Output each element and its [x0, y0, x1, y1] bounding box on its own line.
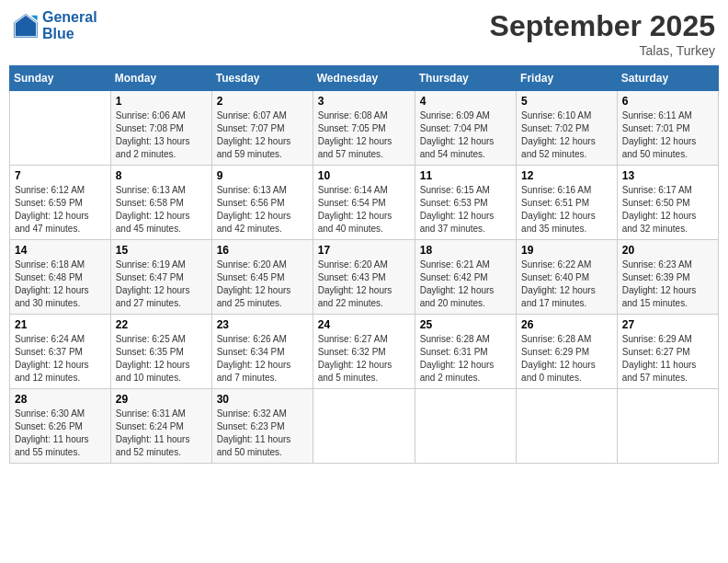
- title-block: September 2025 Talas, Turkey: [490, 9, 715, 58]
- day-info: Sunrise: 6:26 AMSunset: 6:34 PMDaylight:…: [217, 333, 308, 385]
- calendar-cell: 14Sunrise: 6:18 AMSunset: 6:48 PMDayligh…: [10, 240, 111, 315]
- day-number: 17: [318, 244, 410, 257]
- calendar-cell: [517, 389, 618, 464]
- day-info: Sunrise: 6:07 AMSunset: 7:07 PMDaylight:…: [217, 109, 308, 161]
- week-row-5: 28Sunrise: 6:30 AMSunset: 6:26 PMDayligh…: [10, 389, 719, 464]
- header-tuesday: Tuesday: [211, 66, 313, 91]
- calendar-cell: 6Sunrise: 6:11 AMSunset: 7:01 PMDaylight…: [617, 91, 718, 166]
- calendar-cell: 15Sunrise: 6:19 AMSunset: 6:47 PMDayligh…: [110, 240, 211, 315]
- day-info: Sunrise: 6:28 AMSunset: 6:29 PMDaylight:…: [521, 333, 612, 385]
- calendar-cell: 1Sunrise: 6:06 AMSunset: 7:08 PMDaylight…: [110, 91, 211, 166]
- logo-icon: [13, 13, 39, 39]
- day-number: 2: [217, 95, 308, 108]
- day-info: Sunrise: 6:20 AMSunset: 6:45 PMDaylight:…: [217, 259, 308, 310]
- calendar-cell: 11Sunrise: 6:15 AMSunset: 6:53 PMDayligh…: [415, 166, 516, 240]
- day-info: Sunrise: 6:11 AMSunset: 7:01 PMDaylight:…: [622, 109, 713, 161]
- day-info: Sunrise: 6:27 AMSunset: 6:32 PMDaylight:…: [318, 333, 410, 385]
- location: Talas, Turkey: [490, 43, 715, 58]
- calendar-cell: 12Sunrise: 6:16 AMSunset: 6:51 PMDayligh…: [517, 166, 618, 240]
- calendar-cell: 26Sunrise: 6:28 AMSunset: 6:29 PMDayligh…: [517, 315, 618, 389]
- day-number: 16: [217, 244, 308, 257]
- day-number: 21: [15, 318, 106, 331]
- calendar-cell: 17Sunrise: 6:20 AMSunset: 6:43 PMDayligh…: [313, 240, 415, 315]
- calendar-cell: 8Sunrise: 6:13 AMSunset: 6:58 PMDaylight…: [110, 166, 211, 240]
- day-number: 25: [420, 318, 511, 331]
- day-number: 7: [15, 169, 106, 182]
- calendar-cell: 5Sunrise: 6:10 AMSunset: 7:02 PMDaylight…: [517, 91, 618, 166]
- day-number: 29: [116, 393, 207, 406]
- calendar-cell: 29Sunrise: 6:31 AMSunset: 6:24 PMDayligh…: [110, 389, 211, 464]
- calendar-cell: 25Sunrise: 6:28 AMSunset: 6:31 PMDayligh…: [415, 315, 516, 389]
- logo: General Blue: [13, 9, 97, 41]
- month-title: September 2025: [490, 9, 715, 43]
- calendar-cell: 22Sunrise: 6:25 AMSunset: 6:35 PMDayligh…: [110, 315, 211, 389]
- calendar-cell: 2Sunrise: 6:07 AMSunset: 7:07 PMDaylight…: [211, 91, 313, 166]
- calendar-cell: 16Sunrise: 6:20 AMSunset: 6:45 PMDayligh…: [211, 240, 313, 315]
- day-number: 13: [622, 169, 713, 182]
- day-number: 22: [116, 318, 207, 331]
- day-number: 27: [622, 318, 713, 331]
- header-wednesday: Wednesday: [313, 66, 415, 91]
- day-info: Sunrise: 6:23 AMSunset: 6:39 PMDaylight:…: [622, 259, 713, 310]
- day-info: Sunrise: 6:14 AMSunset: 6:54 PMDaylight:…: [318, 184, 410, 236]
- day-info: Sunrise: 6:28 AMSunset: 6:31 PMDaylight:…: [420, 333, 511, 385]
- day-number: 15: [116, 244, 207, 257]
- page-header: General Blue September 2025 Talas, Turke…: [9, 9, 719, 58]
- day-info: Sunrise: 6:15 AMSunset: 6:53 PMDaylight:…: [420, 184, 511, 236]
- day-number: 14: [15, 244, 106, 257]
- day-info: Sunrise: 6:21 AMSunset: 6:42 PMDaylight:…: [420, 259, 511, 310]
- day-number: 19: [521, 244, 612, 257]
- calendar-cell: 24Sunrise: 6:27 AMSunset: 6:32 PMDayligh…: [313, 315, 415, 389]
- day-info: Sunrise: 6:20 AMSunset: 6:43 PMDaylight:…: [318, 259, 410, 310]
- day-number: 8: [116, 169, 207, 182]
- svg-marker-0: [16, 15, 36, 35]
- day-info: Sunrise: 6:13 AMSunset: 6:56 PMDaylight:…: [217, 184, 308, 236]
- calendar-cell: 10Sunrise: 6:14 AMSunset: 6:54 PMDayligh…: [313, 166, 415, 240]
- header-row: SundayMondayTuesdayWednesdayThursdayFrid…: [10, 66, 719, 91]
- day-info: Sunrise: 6:16 AMSunset: 6:51 PMDaylight:…: [521, 184, 612, 236]
- day-number: 4: [420, 95, 511, 108]
- calendar-cell: 27Sunrise: 6:29 AMSunset: 6:27 PMDayligh…: [617, 315, 718, 389]
- calendar-cell: 30Sunrise: 6:32 AMSunset: 6:23 PMDayligh…: [211, 389, 313, 464]
- calendar-cell: 18Sunrise: 6:21 AMSunset: 6:42 PMDayligh…: [415, 240, 516, 315]
- day-info: Sunrise: 6:06 AMSunset: 7:08 PMDaylight:…: [116, 109, 207, 161]
- calendar-cell: 7Sunrise: 6:12 AMSunset: 6:59 PMDaylight…: [10, 166, 111, 240]
- day-number: 6: [622, 95, 713, 108]
- day-number: 28: [15, 393, 106, 406]
- header-sunday: Sunday: [10, 66, 111, 91]
- day-number: 30: [217, 393, 308, 406]
- day-info: Sunrise: 6:19 AMSunset: 6:47 PMDaylight:…: [116, 259, 207, 310]
- calendar-cell: 21Sunrise: 6:24 AMSunset: 6:37 PMDayligh…: [10, 315, 111, 389]
- day-number: 9: [217, 169, 308, 182]
- day-number: 18: [420, 244, 511, 257]
- header-saturday: Saturday: [617, 66, 718, 91]
- week-row-4: 21Sunrise: 6:24 AMSunset: 6:37 PMDayligh…: [10, 315, 719, 389]
- week-row-3: 14Sunrise: 6:18 AMSunset: 6:48 PMDayligh…: [10, 240, 719, 315]
- calendar-cell: 3Sunrise: 6:08 AMSunset: 7:05 PMDaylight…: [313, 91, 415, 166]
- calendar-cell: 13Sunrise: 6:17 AMSunset: 6:50 PMDayligh…: [617, 166, 718, 240]
- day-number: 10: [318, 169, 410, 182]
- header-friday: Friday: [517, 66, 618, 91]
- calendar-cell: [415, 389, 516, 464]
- week-row-1: 1Sunrise: 6:06 AMSunset: 7:08 PMDaylight…: [10, 91, 719, 166]
- calendar-cell: 20Sunrise: 6:23 AMSunset: 6:39 PMDayligh…: [617, 240, 718, 315]
- day-info: Sunrise: 6:17 AMSunset: 6:50 PMDaylight:…: [622, 184, 713, 236]
- day-info: Sunrise: 6:31 AMSunset: 6:24 PMDaylight:…: [116, 408, 207, 459]
- logo-text: General Blue: [42, 9, 97, 41]
- day-info: Sunrise: 6:10 AMSunset: 7:02 PMDaylight:…: [521, 109, 612, 161]
- calendar-cell: [10, 91, 111, 166]
- day-number: 12: [521, 169, 612, 182]
- day-number: 24: [318, 318, 410, 331]
- day-info: Sunrise: 6:25 AMSunset: 6:35 PMDaylight:…: [116, 333, 207, 385]
- day-info: Sunrise: 6:30 AMSunset: 6:26 PMDaylight:…: [15, 408, 106, 459]
- calendar-cell: [313, 389, 415, 464]
- day-info: Sunrise: 6:09 AMSunset: 7:04 PMDaylight:…: [420, 109, 511, 161]
- header-thursday: Thursday: [415, 66, 516, 91]
- calendar-cell: 28Sunrise: 6:30 AMSunset: 6:26 PMDayligh…: [10, 389, 111, 464]
- day-number: 26: [521, 318, 612, 331]
- day-number: 5: [521, 95, 612, 108]
- calendar-table: SundayMondayTuesdayWednesdayThursdayFrid…: [9, 65, 719, 464]
- day-info: Sunrise: 6:32 AMSunset: 6:23 PMDaylight:…: [217, 408, 308, 459]
- day-number: 1: [116, 95, 207, 108]
- day-info: Sunrise: 6:18 AMSunset: 6:48 PMDaylight:…: [15, 259, 106, 310]
